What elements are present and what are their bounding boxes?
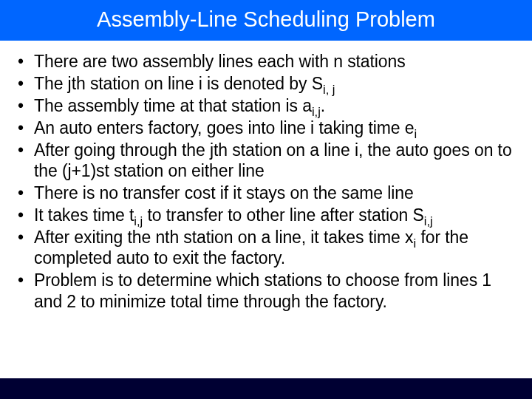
subscript: i,j [424, 214, 433, 228]
bullet-list: There are two assembly lines each with n… [13, 51, 519, 312]
subscript: i [415, 127, 417, 141]
list-item: After going through the jth station on a… [13, 140, 519, 181]
bullet-text: After exiting the nth station on a line,… [34, 228, 413, 247]
bullet-text: The assembly time at that station is a [34, 96, 312, 115]
list-item: After exiting the nth station on a line,… [13, 227, 519, 268]
slide-title: Assembly-Line Scheduling Problem [0, 0, 532, 41]
bullet-text: After going through the jth station on a… [34, 140, 512, 180]
list-item: There is no transfer cost if it stays on… [13, 183, 519, 203]
subscript: i, j [323, 83, 335, 97]
bullet-text: The jth station on line i is denoted by … [34, 74, 323, 93]
list-item: It takes time ti,j to transfer to other … [13, 205, 519, 225]
bullet-text: An auto enters factory, goes into line i… [34, 118, 415, 137]
bullet-text: There are two assembly lines each with n… [34, 52, 406, 71]
bullet-text: There is no transfer cost if it stays on… [34, 183, 414, 202]
list-item: The assembly time at that station is ai,… [13, 95, 519, 116]
bullet-text: It takes time t [34, 205, 134, 225]
subscript: i,j [134, 214, 143, 228]
subscript: i,j [312, 105, 321, 119]
slide-content: There are two assembly lines each with n… [0, 41, 532, 378]
list-item: Problem is to determine which stations t… [13, 270, 519, 311]
bullet-text: . [321, 96, 325, 115]
list-item: An auto enters factory, goes into line i… [13, 117, 519, 138]
list-item: There are two assembly lines each with n… [13, 51, 519, 72]
bullet-text: Problem is to determine which stations t… [34, 270, 491, 310]
bullet-text: to transfer to other line after station … [143, 205, 424, 225]
slide: Assembly-Line Scheduling Problem There a… [0, 0, 532, 399]
list-item: The jth station on line i is denoted by … [13, 73, 519, 94]
